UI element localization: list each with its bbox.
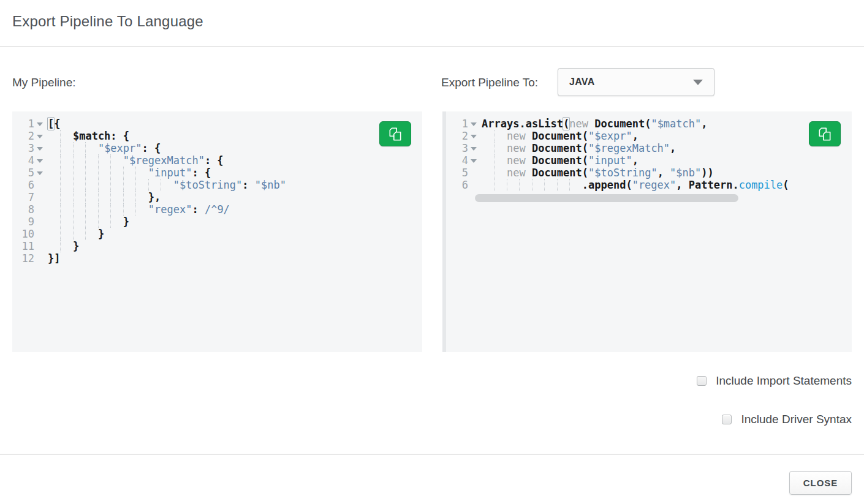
copy-export-button[interactable]: [809, 121, 841, 146]
include-import-statements-checkbox[interactable]: [697, 376, 707, 386]
export-pipeline-to-label: Export Pipeline To:: [441, 76, 538, 89]
language-select[interactable]: JAVA: [558, 68, 714, 96]
copy-icon: [817, 126, 833, 142]
chevron-down-icon: [693, 80, 703, 85]
pipeline-editor[interactable]: 1[{2 $match: {3 "$expr": {4 "$regexMatch…: [12, 111, 422, 352]
include-import-statements-label: Include Import Statements: [716, 374, 852, 388]
language-select-value: JAVA: [569, 77, 595, 88]
header-divider: [0, 46, 864, 47]
horizontal-scrollbar[interactable]: [475, 194, 738, 202]
include-driver-syntax-checkbox[interactable]: [722, 415, 732, 424]
export-code[interactable]: 1Arrays.asList(new Document("$match",2 n…: [446, 118, 852, 191]
copy-pipeline-button[interactable]: [379, 121, 411, 146]
footer-divider: [0, 454, 864, 455]
export-code-editor[interactable]: 1Arrays.asList(new Document("$match",2 n…: [442, 111, 852, 352]
include-driver-syntax-label: Include Driver Syntax: [741, 413, 852, 426]
include-driver-syntax-option: Include Driver Syntax: [722, 413, 852, 426]
pipeline-code[interactable]: 1[{2 $match: {3 "$expr": {4 "$regexMatch…: [12, 118, 422, 265]
my-pipeline-label: My Pipeline:: [12, 76, 76, 89]
copy-icon: [387, 126, 403, 142]
page-title: Export Pipeline To Language: [12, 13, 203, 30]
include-import-statements-option: Include Import Statements: [697, 374, 852, 388]
close-button[interactable]: CLOSE: [789, 471, 852, 495]
